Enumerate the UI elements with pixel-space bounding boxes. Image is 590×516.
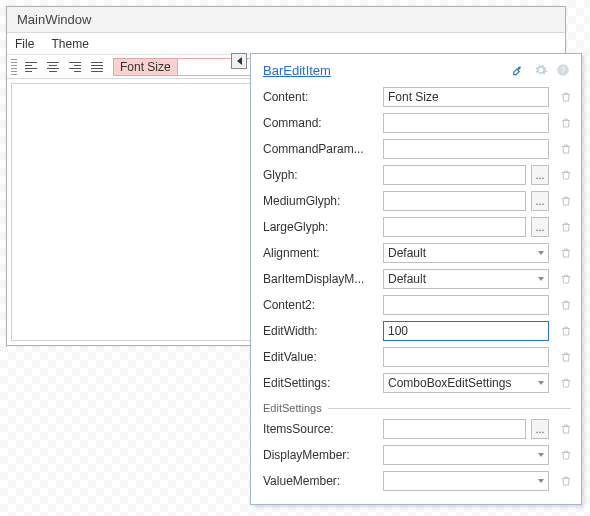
menu-theme[interactable]: Theme [51, 37, 88, 51]
chevron-down-icon [538, 381, 544, 385]
prop-value-barItemDisplay: Default [388, 272, 538, 286]
reset-button-command[interactable] [559, 115, 573, 131]
prop-label-content2: Content2: [263, 298, 377, 312]
prop-input-largeGlyph[interactable] [383, 217, 526, 237]
reset-button-largeGlyph[interactable] [559, 219, 573, 235]
popup-header-icons: ? [511, 62, 571, 78]
prop-label-itemsSource: ItemsSource: [263, 422, 377, 436]
prop-label-alignment: Alignment: [263, 246, 377, 260]
editsettings-group-separator: EditSettings [263, 402, 571, 414]
smart-tag-button[interactable] [231, 53, 247, 69]
browse-button-glyph[interactable]: ... [531, 165, 549, 185]
prop-label-command: Command: [263, 116, 377, 130]
prop-value-content: Font Size [388, 90, 544, 104]
prop-row-barItemDisplay: BarItemDisplayM...Default [251, 266, 581, 292]
prop-input-displayMember[interactable] [383, 445, 549, 465]
prop-label-valueMember: ValueMember: [263, 474, 377, 488]
prop-row-mediumGlyph: MediumGlyph:... [251, 188, 581, 214]
prop-value-editWidth: 100 [388, 324, 544, 338]
editsettings-group-label: EditSettings [263, 402, 322, 414]
reset-button-content[interactable] [559, 89, 573, 105]
align-right-icon [69, 62, 81, 72]
font-size-label: Font Size [114, 60, 177, 74]
prop-row-editValue: EditValue: [251, 344, 581, 370]
align-center-button[interactable] [43, 58, 63, 76]
prop-row-displayMember: DisplayMember: [251, 442, 581, 468]
prop-row-alignment: Alignment:Default [251, 240, 581, 266]
prop-row-editWidth: EditWidth:100 [251, 318, 581, 344]
prop-label-content: Content: [263, 90, 377, 104]
prop-row-editSettings: EditSettings:ComboBoxEditSettings [251, 370, 581, 396]
titlebar: MainWindow [7, 7, 565, 33]
prop-row-itemsSource: ItemsSource:... [251, 416, 581, 442]
svg-text:?: ? [561, 66, 566, 75]
chevron-down-icon [538, 453, 544, 457]
prop-row-commandParam: CommandParam... [251, 136, 581, 162]
prop-label-largeGlyph: LargeGlyph: [263, 220, 377, 234]
prop-label-editValue: EditValue: [263, 350, 377, 364]
prop-row-valueMember: ValueMember: [251, 468, 581, 494]
prop-input-content2[interactable] [383, 295, 549, 315]
reset-button-editWidth[interactable] [559, 323, 573, 339]
prop-label-editWidth: EditWidth: [263, 324, 377, 338]
popup-title-link[interactable]: BarEditItem [263, 63, 331, 78]
align-left-button[interactable] [21, 58, 41, 76]
window-title: MainWindow [17, 12, 91, 27]
prop-input-editWidth[interactable]: 100 [383, 321, 549, 341]
reset-button-content2[interactable] [559, 297, 573, 313]
chevron-down-icon [538, 251, 544, 255]
reset-button-itemsSource[interactable] [559, 421, 573, 437]
prop-input-glyph[interactable] [383, 165, 526, 185]
prop-input-valueMember[interactable] [383, 471, 549, 491]
prop-input-commandParam[interactable] [383, 139, 549, 159]
prop-input-alignment[interactable]: Default [383, 243, 549, 263]
browse-button-itemsSource[interactable]: ... [531, 419, 549, 439]
menu-file[interactable]: File [15, 37, 34, 51]
prop-label-displayMember: DisplayMember: [263, 448, 377, 462]
chevron-down-icon [538, 479, 544, 483]
prop-row-content2: Content2: [251, 292, 581, 318]
reset-button-displayMember[interactable] [559, 447, 573, 463]
reset-button-editValue[interactable] [559, 349, 573, 365]
browse-button-largeGlyph[interactable]: ... [531, 217, 549, 237]
prop-row-glyph: Glyph:... [251, 162, 581, 188]
prop-input-editSettings[interactable]: ComboBoxEditSettings [383, 373, 549, 393]
browse-button-mediumGlyph[interactable]: ... [531, 191, 549, 211]
align-justify-icon [91, 62, 103, 72]
prop-row-command: Command: [251, 110, 581, 136]
reset-button-valueMember[interactable] [559, 473, 573, 489]
reset-button-commandParam[interactable] [559, 141, 573, 157]
prop-label-commandParam: CommandParam... [263, 142, 377, 156]
align-justify-button[interactable] [87, 58, 107, 76]
prop-label-glyph: Glyph: [263, 168, 377, 182]
menubar: File Theme [7, 33, 565, 55]
prop-input-editValue[interactable] [383, 347, 549, 367]
reset-button-editSettings[interactable] [559, 375, 573, 391]
reset-button-alignment[interactable] [559, 245, 573, 261]
prop-value-alignment: Default [388, 246, 538, 260]
prop-input-content[interactable]: Font Size [383, 87, 549, 107]
popup-header: BarEditItem ? [251, 58, 581, 84]
wrench-icon[interactable] [511, 62, 527, 78]
align-left-icon [25, 62, 37, 72]
prop-label-editSettings: EditSettings: [263, 376, 377, 390]
align-right-button[interactable] [65, 58, 85, 76]
prop-input-command[interactable] [383, 113, 549, 133]
reset-button-mediumGlyph[interactable] [559, 193, 573, 209]
gear-icon[interactable] [533, 62, 549, 78]
help-icon[interactable]: ? [555, 62, 571, 78]
prop-row-largeGlyph: LargeGlyph:... [251, 214, 581, 240]
reset-button-barItemDisplay[interactable] [559, 271, 573, 287]
smart-tag-popup: BarEditItem ? Content:Font SizeCommand:C… [250, 53, 582, 505]
toolbar-grip-icon[interactable] [11, 59, 17, 75]
chevron-down-icon [538, 277, 544, 281]
prop-label-barItemDisplay: BarItemDisplayM... [263, 272, 377, 286]
prop-row-content: Content:Font Size [251, 84, 581, 110]
prop-input-mediumGlyph[interactable] [383, 191, 526, 211]
prop-label-mediumGlyph: MediumGlyph: [263, 194, 377, 208]
reset-button-glyph[interactable] [559, 167, 573, 183]
align-center-icon [47, 62, 59, 72]
prop-input-itemsSource[interactable] [383, 419, 526, 439]
prop-value-editSettings: ComboBoxEditSettings [388, 376, 538, 390]
prop-input-barItemDisplay[interactable]: Default [383, 269, 549, 289]
